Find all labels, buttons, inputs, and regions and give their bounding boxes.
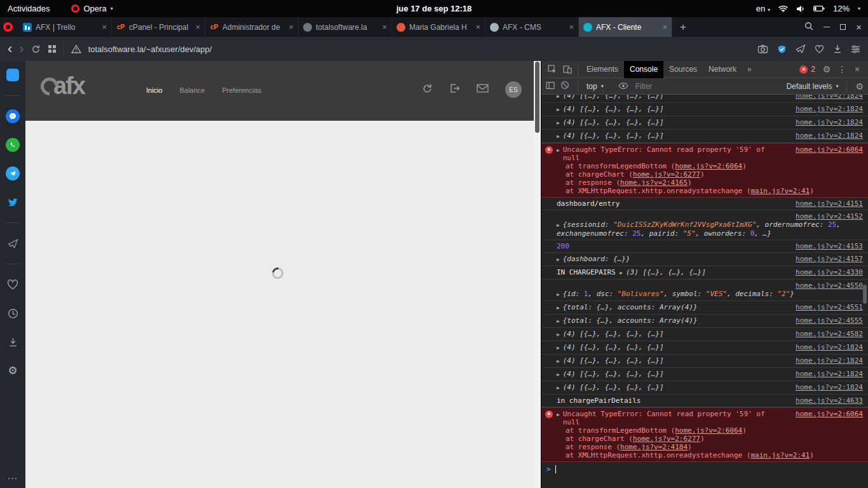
expand-arrow-icon[interactable]: ▶ — [557, 358, 563, 364]
source-location-link[interactable]: home.js?v=2:4582 — [796, 330, 863, 338]
source-location-link[interactable]: home.js?v=2:6277 — [633, 435, 700, 443]
sidebar-settings-gear-icon[interactable]: ⚙ — [4, 362, 21, 379]
devtools-tab-elements[interactable]: Elements — [581, 61, 624, 78]
source-location-link[interactable]: home.js?v=2:1824 — [796, 105, 863, 113]
console-error-badge[interactable]: × 2 — [796, 65, 819, 74]
expand-arrow-icon[interactable]: ▶ — [557, 147, 563, 153]
forward-button[interactable]: › — [19, 43, 24, 55]
browser-tab[interactable]: Maria Gabriela H× — [392, 17, 485, 37]
devtools-tab-console[interactable]: Console — [624, 61, 663, 78]
source-location-link[interactable]: main.js?v=2:41 — [750, 451, 810, 459]
expand-arrow-icon[interactable]: ▶ — [557, 222, 563, 228]
source-location-link[interactable]: home.js?v=2:4165 — [620, 179, 688, 187]
sidebar-setup-icon[interactable] — [851, 45, 860, 53]
speed-dial-button[interactable] — [4, 67, 21, 83]
whatsapp-icon[interactable] — [4, 137, 21, 153]
expand-arrow-icon[interactable]: ▶ — [557, 305, 563, 311]
expand-arrow-icon[interactable]: ▶ — [557, 318, 563, 324]
sidebar-more-icon[interactable]: ⋯ — [8, 472, 18, 484]
more-panels-button[interactable]: » — [742, 65, 757, 74]
console-prompt[interactable]: > — [541, 462, 868, 477]
console-scrollbar-thumb[interactable] — [863, 285, 867, 304]
expand-arrow-icon[interactable]: ▶ — [557, 120, 563, 126]
browser-tab[interactable]: cPAdministrador de× — [205, 17, 299, 37]
source-location-link[interactable]: home.js?v=2:4151 — [796, 200, 863, 208]
download-icon[interactable] — [833, 44, 842, 53]
speed-dial-grid-icon[interactable] — [48, 44, 57, 53]
my-flow-icon[interactable] — [4, 235, 21, 252]
tab-close-button[interactable]: × — [102, 23, 107, 31]
expand-arrow-icon[interactable]: ▶ — [557, 107, 563, 112]
source-location-link[interactable]: home.js?v=2:4551 — [796, 303, 863, 311]
window-close-button[interactable]: × — [856, 22, 862, 32]
tab-close-button[interactable]: × — [662, 23, 667, 31]
battery-icon[interactable] — [813, 6, 825, 11]
afx-logo[interactable]: afx — [41, 72, 85, 100]
inspect-element-icon[interactable] — [545, 62, 560, 77]
live-expression-eye-icon[interactable] — [618, 82, 628, 91]
clock[interactable]: jue 17 de sep 12:18 — [397, 4, 472, 13]
window-maximize-button[interactable] — [840, 24, 846, 30]
window-minimize-button[interactable] — [824, 27, 830, 27]
keyboard-layout-indicator[interactable]: en ▾ — [756, 4, 770, 13]
source-location-link[interactable]: home.js?v=2:1824 — [796, 132, 863, 140]
source-location-link[interactable]: home.js?v=2:4157 — [796, 255, 863, 263]
expand-arrow-icon[interactable]: ▶ — [557, 385, 563, 391]
browser-tab[interactable]: AFX - Cliente× — [579, 17, 672, 37]
source-location-link[interactable]: home.js?v=2:4550 — [796, 281, 863, 290]
expand-arrow-icon[interactable]: ▶ — [557, 95, 563, 99]
reload-button[interactable] — [31, 44, 41, 54]
source-location-link[interactable]: home.js?v=2:1824 — [796, 118, 863, 126]
tab-close-button[interactable]: × — [475, 23, 480, 31]
tab-close-button[interactable]: × — [569, 23, 574, 31]
nav-balance[interactable]: Balance — [180, 86, 205, 94]
history-clock-icon[interactable] — [4, 305, 21, 322]
url-field[interactable]: totalsoftware.la/~afxuser/dev/app/ — [88, 44, 212, 54]
source-location-link[interactable]: home.js?v=2:6064 — [675, 426, 742, 435]
wifi-icon[interactable] — [778, 5, 788, 12]
browser-tab[interactable]: totalsoftware.la× — [299, 17, 392, 37]
twitter-icon[interactable] — [4, 194, 21, 210]
system-menu-chevron-icon[interactable]: ▾ — [858, 6, 860, 11]
source-location-link[interactable]: home.js?v=2:4330 — [796, 268, 863, 276]
devtools-tab-sources[interactable]: Sources — [663, 61, 703, 78]
console-settings-gear-icon[interactable]: ⚙ — [855, 81, 864, 92]
nav-inicio[interactable]: Inicio — [146, 86, 163, 94]
source-location-link[interactable]: home.js?v=2:6277 — [633, 170, 700, 179]
my-flow-send-icon[interactable] — [796, 44, 806, 53]
device-toolbar-icon[interactable] — [560, 62, 575, 77]
volume-icon[interactable] — [796, 5, 805, 13]
new-tab-button[interactable]: + — [672, 21, 694, 34]
telegram-icon[interactable] — [4, 165, 21, 182]
source-location-link[interactable]: home.js?v=2:4152 — [796, 212, 863, 220]
user-avatar[interactable]: ES — [505, 81, 522, 98]
source-location-link[interactable]: home.js?v=2:6064 — [796, 410, 863, 418]
logout-icon[interactable] — [449, 83, 460, 96]
tab-close-button[interactable]: × — [288, 23, 294, 31]
app-menu-button[interactable]: Opera ▾ — [71, 4, 112, 13]
console-filter-input[interactable] — [634, 81, 729, 92]
source-location-link[interactable]: home.js?v=2:1824 — [796, 95, 863, 100]
expand-arrow-icon[interactable]: ▶ — [557, 292, 563, 297]
scrollbar-thumb[interactable] — [535, 62, 539, 133]
adblock-shield-icon[interactable] — [777, 44, 787, 54]
source-location-link[interactable]: home.js?v=2:1824 — [796, 356, 863, 365]
refresh-icon[interactable] — [422, 83, 433, 97]
expand-arrow-icon[interactable]: ▶ — [557, 345, 563, 351]
page-scrollbar[interactable] — [534, 61, 541, 488]
expand-arrow-icon[interactable]: ▶ — [557, 372, 563, 377]
source-location-link[interactable]: home.js?v=2:1824 — [796, 370, 863, 378]
search-tabs-icon[interactable] — [804, 22, 813, 33]
devtools-tab-network[interactable]: Network — [703, 61, 742, 78]
source-location-link[interactable]: home.js?v=2:6064 — [796, 146, 863, 154]
clear-console-icon[interactable] — [560, 81, 569, 92]
mail-icon[interactable] — [477, 84, 489, 95]
back-button[interactable]: ‹ — [8, 43, 12, 55]
tab-close-button[interactable]: × — [195, 23, 200, 31]
expand-arrow-icon[interactable]: ▶ — [557, 257, 563, 262]
source-location-link[interactable]: main.js?v=2:41 — [750, 187, 810, 195]
bookmark-heart-icon[interactable] — [815, 45, 824, 53]
activities-button[interactable]: Actividades — [8, 4, 50, 13]
source-location-link[interactable]: home.js?v=2:6064 — [675, 162, 742, 170]
console-sidebar-toggle-icon[interactable] — [546, 81, 555, 92]
